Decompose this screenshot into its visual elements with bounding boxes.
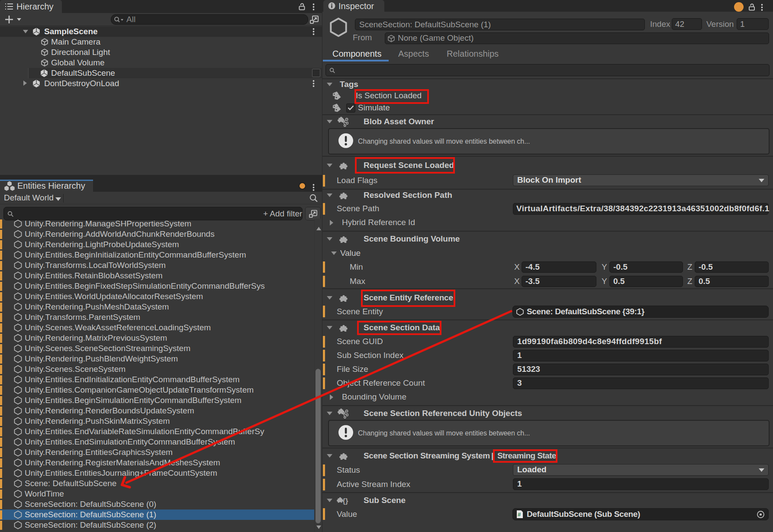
svg-text:{}: {} bbox=[343, 497, 348, 505]
svg-text:#: # bbox=[518, 511, 521, 518]
